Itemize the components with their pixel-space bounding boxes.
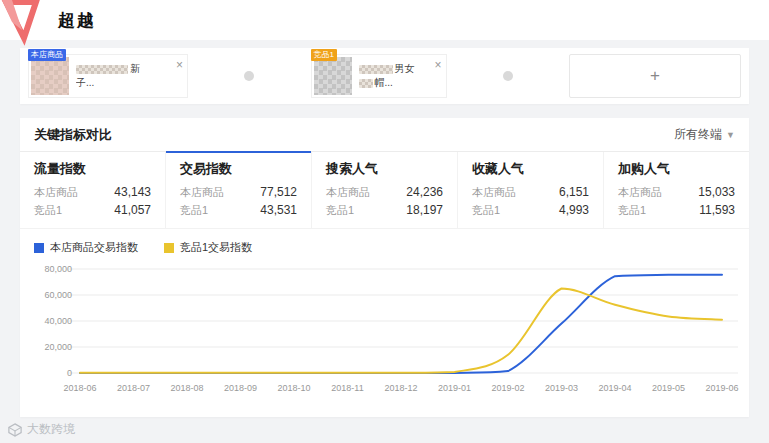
svg-text:2019-04: 2019-04 <box>598 383 631 393</box>
metric-tab-transaction[interactable]: 交易指数 本店商品77,512 竞品143,531 <box>166 152 312 228</box>
svg-text:60,000: 60,000 <box>44 290 72 300</box>
svg-text:2019-03: 2019-03 <box>545 383 578 393</box>
key-metrics-panel: 关键指标对比 所有终端 ▼ 流量指数 本店商品43,143 竞品141,057 … <box>20 118 749 417</box>
store-product-badge: 本店商品 <box>28 49 66 61</box>
remove-competitor-product-icon[interactable]: × <box>434 59 441 71</box>
metrics-tabs: 流量指数 本店商品43,143 竞品141,057 交易指数 本店商品77,51… <box>20 152 749 229</box>
competitor-product-card[interactable]: 竞品1 男女 帽... × <box>311 54 447 98</box>
svg-text:2018-09: 2018-09 <box>224 383 257 393</box>
legend-swatch-0 <box>34 243 44 253</box>
trend-chart: 020,00040,00060,00080,0002018-062018-072… <box>20 257 749 413</box>
svg-text:2019-02: 2019-02 <box>491 383 524 393</box>
competitor-product-badge: 竞品1 <box>311 49 337 61</box>
svg-text:40,000: 40,000 <box>44 316 72 326</box>
store-product-image <box>31 57 69 95</box>
topbar: 超越 <box>0 0 769 40</box>
metric-tab-favorite[interactable]: 收藏人气 本店商品6,151 竞品14,993 <box>458 152 604 228</box>
svg-text:2019-05: 2019-05 <box>652 383 685 393</box>
watermark-label: 大数跨境 <box>27 421 75 438</box>
svg-text:2018-12: 2018-12 <box>384 383 417 393</box>
brand-logo-icon <box>0 0 42 46</box>
svg-text:2018-06: 2018-06 <box>63 383 96 393</box>
store-product-card[interactable]: 本店商品 新 子... × <box>28 54 188 98</box>
svg-text:0: 0 <box>67 368 72 378</box>
competitor-product-image <box>314 57 352 95</box>
chevron-down-icon: ▼ <box>726 130 735 140</box>
chart-legend: 本店商品交易指数 竞品1交易指数 <box>20 229 749 257</box>
metric-tab-traffic[interactable]: 流量指数 本店商品43,143 竞品141,057 <box>20 152 166 228</box>
svg-text:2019-06: 2019-06 <box>705 383 738 393</box>
svg-text:2019-01: 2019-01 <box>438 383 471 393</box>
legend-swatch-1 <box>164 243 174 253</box>
svg-text:2018-10: 2018-10 <box>277 383 310 393</box>
censored-text <box>359 65 393 74</box>
separator-dot <box>244 71 254 81</box>
plus-icon: + <box>650 66 660 86</box>
panel-header: 关键指标对比 所有终端 ▼ <box>20 118 749 152</box>
svg-text:2018-11: 2018-11 <box>331 383 363 393</box>
svg-text:2018-07: 2018-07 <box>117 383 150 393</box>
watermark-logo-icon <box>8 423 22 437</box>
metric-tab-cart[interactable]: 加购人气 本店商品15,033 竞品111,593 <box>604 152 749 228</box>
add-product-button[interactable]: + <box>569 54 741 98</box>
legend-item-store[interactable]: 本店商品交易指数 <box>34 240 138 255</box>
legend-item-competitor[interactable]: 竞品1交易指数 <box>164 240 252 255</box>
panel-title: 关键指标对比 <box>34 126 112 144</box>
separator-dot <box>503 71 513 81</box>
svg-text:2018-08: 2018-08 <box>170 383 203 393</box>
store-product-name: 新 子... <box>76 62 140 90</box>
remove-store-product-icon[interactable]: × <box>176 59 183 71</box>
terminal-filter-dropdown[interactable]: 所有终端 ▼ <box>674 126 735 143</box>
censored-text <box>359 79 373 88</box>
censored-text <box>76 65 128 74</box>
svg-text:80,000: 80,000 <box>44 264 72 274</box>
svg-text:20,000: 20,000 <box>44 342 72 352</box>
metric-tab-search[interactable]: 搜索人气 本店商品24,236 竞品118,197 <box>312 152 458 228</box>
watermark: 大数跨境 <box>8 421 75 438</box>
page-title: 超越 <box>58 9 96 32</box>
competitor-product-name: 男女 帽... <box>359 62 415 90</box>
product-selector: 本店商品 新 子... × 竞品1 男女 帽... × + <box>20 48 749 104</box>
line-chart-canvas: 020,00040,00060,00080,0002018-062018-072… <box>28 259 741 409</box>
